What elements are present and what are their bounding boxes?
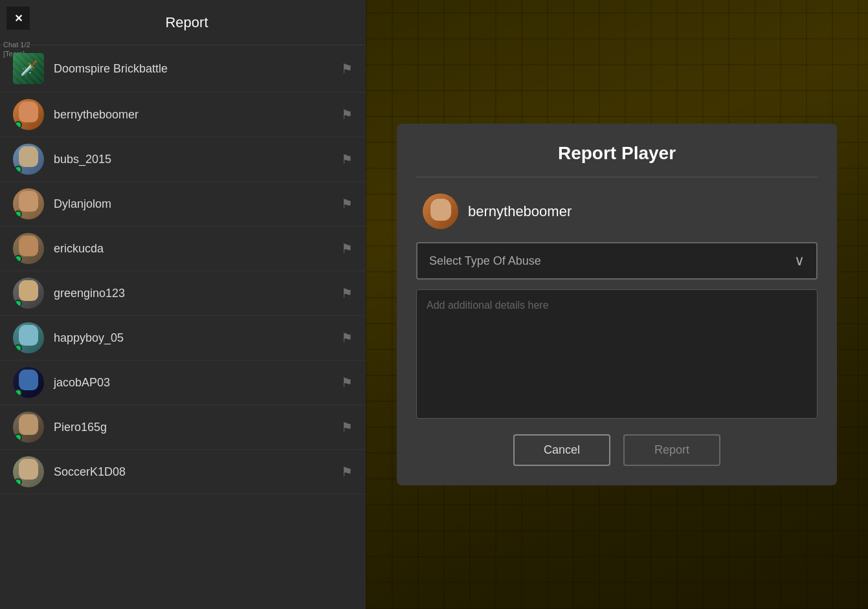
dropdown-label: Select Type Of Abuse xyxy=(429,254,541,268)
panel-header: ← Report xyxy=(0,0,366,45)
player-name: Dylanjolom xyxy=(54,197,341,211)
panel-title: Report xyxy=(40,14,333,31)
player-name: Piero165g xyxy=(54,421,341,434)
details-textarea[interactable] xyxy=(416,289,818,419)
modal-avatar xyxy=(423,194,458,229)
player-name: jacobAP03 xyxy=(54,376,341,390)
game-icon: 🗡️ xyxy=(20,60,38,77)
player-name: bernytheboomer xyxy=(54,108,341,122)
report-flag-icon: ⚑ xyxy=(341,419,353,435)
online-indicator xyxy=(14,344,22,352)
online-indicator xyxy=(14,389,22,397)
avatar xyxy=(13,144,44,175)
report-flag-icon: ⚑ xyxy=(341,61,353,76)
modal-player-name: bernytheboomer xyxy=(468,203,572,220)
list-item[interactable]: 🗡️ Doomspire Brickbattle ⚑ xyxy=(0,45,366,93)
avatar xyxy=(13,322,44,353)
list-item[interactable]: Dylanjolom ⚑ xyxy=(0,182,366,227)
player-name: bubs_2015 xyxy=(54,153,341,166)
online-indicator xyxy=(14,210,22,218)
online-indicator xyxy=(14,121,22,129)
player-list: 🗡️ Doomspire Brickbattle ⚑ bernytheboome… xyxy=(0,45,366,609)
modal-player-info: bernytheboomer xyxy=(416,194,818,229)
online-indicator xyxy=(14,255,22,263)
modal-overlay: Report Player bernytheboomer Select Type… xyxy=(366,0,868,609)
report-flag-icon: ⚑ xyxy=(341,285,353,301)
player-name: greengino123 xyxy=(54,287,341,300)
player-name: SoccerK1D08 xyxy=(54,465,341,479)
chevron-down-icon: ∨ xyxy=(794,252,805,269)
modal-buttons: Cancel Report xyxy=(416,434,818,466)
avatar xyxy=(13,99,44,130)
avatar xyxy=(13,278,44,309)
avatar xyxy=(13,233,44,264)
left-panel: ✕ Chat 1/2 [Team] ← Report 🗡️ Doomspire … xyxy=(0,0,366,609)
list-item[interactable]: happyboy_05 ⚑ xyxy=(0,316,366,360)
abuse-type-dropdown[interactable]: Select Type Of Abuse ∨ xyxy=(416,242,818,280)
report-flag-icon: ⚑ xyxy=(341,375,353,390)
avatar xyxy=(13,456,44,487)
list-item[interactable]: bubs_2015 ⚑ xyxy=(0,137,366,182)
list-item[interactable]: bernytheboomer ⚑ xyxy=(0,93,366,137)
report-flag-icon: ⚑ xyxy=(341,107,353,122)
online-indicator xyxy=(14,478,22,486)
avatar xyxy=(13,367,44,398)
online-indicator xyxy=(14,300,22,307)
game-name: Doomspire Brickbattle xyxy=(54,62,341,76)
modal-divider xyxy=(416,177,818,177)
list-item[interactable]: greengino123 ⚑ xyxy=(0,271,366,316)
close-button[interactable]: ✕ xyxy=(6,6,30,30)
player-name: erickucda xyxy=(54,242,341,256)
list-item[interactable]: Piero165g ⚑ xyxy=(0,405,366,450)
report-player-modal: Report Player bernytheboomer Select Type… xyxy=(397,124,837,485)
list-item[interactable]: jacobAP03 ⚑ xyxy=(0,360,366,405)
cancel-button[interactable]: Cancel xyxy=(513,434,610,466)
list-item[interactable]: erickucda ⚑ xyxy=(0,227,366,271)
game-thumbnail: 🗡️ xyxy=(13,53,44,84)
player-name: happyboy_05 xyxy=(54,331,341,345)
list-item[interactable]: SoccerK1D08 ⚑ xyxy=(0,450,366,494)
online-indicator xyxy=(14,166,22,173)
report-flag-icon: ⚑ xyxy=(341,464,353,480)
report-flag-icon: ⚑ xyxy=(341,330,353,346)
report-flag-icon: ⚑ xyxy=(341,196,353,212)
online-indicator xyxy=(14,434,22,441)
avatar xyxy=(13,188,44,219)
report-flag-icon: ⚑ xyxy=(341,151,353,167)
report-submit-button[interactable]: Report xyxy=(623,434,720,466)
report-flag-icon: ⚑ xyxy=(341,241,353,256)
avatar xyxy=(13,412,44,443)
modal-title: Report Player xyxy=(416,143,818,164)
